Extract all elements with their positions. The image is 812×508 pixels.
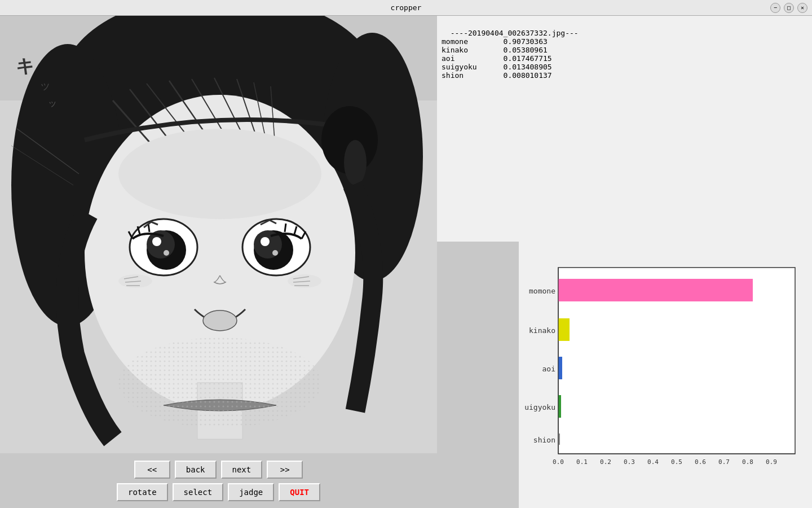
svg-text:aoi: aoi <box>542 365 555 373</box>
svg-text:0.8: 0.8 <box>742 458 753 466</box>
svg-point-27 <box>272 250 278 256</box>
prediction-text: ----20190404_002637332.jpg--- momone 0.9… <box>442 29 579 80</box>
action-buttons: rotate select jadge QUIT <box>117 483 320 501</box>
manga-image: キ ッ ッ <box>0 16 437 453</box>
window-controls: − □ ✕ <box>770 3 807 13</box>
svg-text:0.4: 0.4 <box>647 458 659 466</box>
minimize-button[interactable]: − <box>770 3 780 13</box>
svg-text:shion: shion <box>533 436 555 444</box>
chart-panel: momone kinako aoi suigyoku shion 0.0 0.1… <box>519 242 812 508</box>
rotate-button[interactable]: rotate <box>117 483 168 501</box>
next-next-button[interactable]: >> <box>267 461 303 479</box>
close-button[interactable]: ✕ <box>797 3 807 13</box>
svg-text:0.7: 0.7 <box>718 458 730 466</box>
svg-text:キ: キ <box>16 56 34 76</box>
svg-point-21 <box>152 237 161 246</box>
manga-svg: キ ッ ッ <box>0 16 437 453</box>
svg-point-26 <box>261 237 270 246</box>
svg-rect-50 <box>558 357 562 379</box>
svg-text:0.0: 0.0 <box>553 458 564 466</box>
svg-point-22 <box>164 250 169 256</box>
bottom-controls: << back next >> rotate select jadge QUIT <box>0 453 437 508</box>
next-button[interactable]: next <box>221 461 263 479</box>
svg-text:suigyoku: suigyoku <box>524 403 555 411</box>
svg-rect-52 <box>558 395 561 418</box>
prev-prev-button[interactable]: << <box>134 461 170 479</box>
svg-text:0.1: 0.1 <box>576 458 588 466</box>
jadge-button[interactable]: jadge <box>228 483 274 501</box>
navigation-buttons: << back next >> <box>134 461 303 479</box>
svg-text:0.5: 0.5 <box>671 458 682 466</box>
image-container: キ ッ ッ <box>0 16 437 453</box>
svg-point-28 <box>203 310 237 331</box>
maximize-button[interactable]: □ <box>784 3 794 13</box>
svg-text:0.9: 0.9 <box>766 458 777 466</box>
svg-text:0.3: 0.3 <box>624 458 635 466</box>
svg-text:kinako: kinako <box>529 326 555 335</box>
svg-rect-46 <box>558 279 753 301</box>
svg-point-17 <box>118 129 321 219</box>
svg-point-16 <box>344 140 367 185</box>
svg-text:ッ: ッ <box>48 98 57 108</box>
quit-button[interactable]: QUIT <box>279 483 320 501</box>
svg-text:momone: momone <box>529 287 555 295</box>
back-button[interactable]: back <box>175 461 217 479</box>
titlebar: cropper − □ ✕ <box>0 0 812 16</box>
info-panel: ----20190404_002637332.jpg--- momone 0.9… <box>437 16 812 242</box>
window-title: cropper <box>391 3 422 12</box>
svg-rect-48 <box>558 318 570 341</box>
svg-point-39 <box>118 338 321 428</box>
svg-text:0.6: 0.6 <box>695 458 706 466</box>
svg-text:0.2: 0.2 <box>600 458 611 466</box>
bar-chart: momone kinako aoi suigyoku shion 0.0 0.1… <box>524 247 806 491</box>
svg-text:ッ: ッ <box>39 79 51 91</box>
select-button[interactable]: select <box>173 483 224 501</box>
